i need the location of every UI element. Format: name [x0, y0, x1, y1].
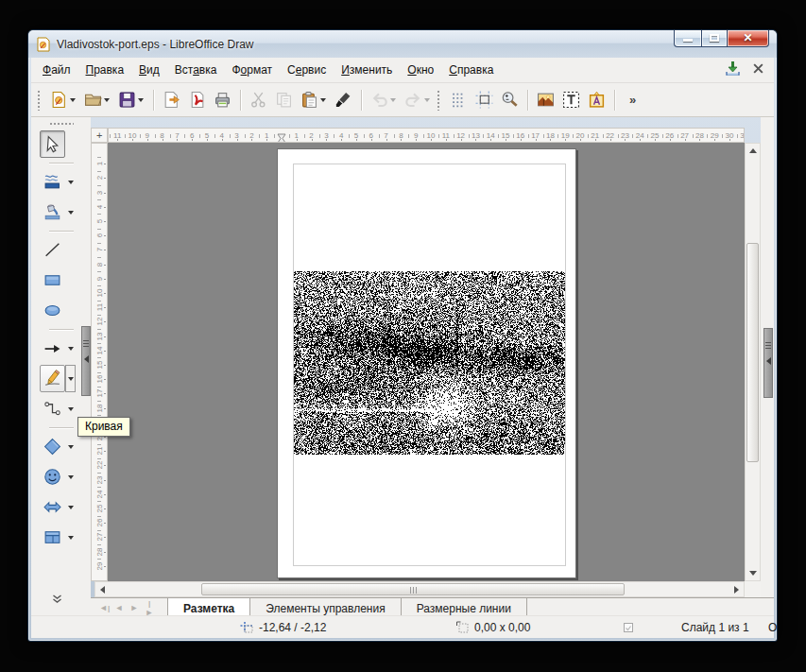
paste-button[interactable] — [298, 88, 330, 112]
line-style-tool[interactable] — [40, 167, 91, 197]
toolbar-separator — [49, 231, 74, 232]
chevron-down-icon[interactable] — [388, 91, 397, 109]
application-window: Vladivostok-port.eps - LibreOffice Draw … — [27, 29, 778, 642]
right-panel-splitter[interactable] — [763, 328, 773, 398]
chevron-down-icon[interactable] — [65, 433, 76, 460]
chevron-down-icon[interactable] — [65, 493, 76, 521]
fillcolor-icon — [40, 198, 65, 226]
image-frame[interactable] — [293, 164, 566, 566]
toolbar-overflow-button[interactable]: » — [621, 88, 644, 112]
menu-изменить[interactable]: Изменить — [334, 60, 400, 80]
ruler-label: 11 — [94, 301, 104, 314]
select-tool[interactable] — [40, 129, 91, 159]
status-modified-field — [612, 622, 644, 633]
zoom-button[interactable] — [498, 88, 522, 112]
close-button[interactable]: ✕ — [727, 30, 769, 47]
toolbar-grip[interactable] — [49, 122, 74, 126]
export-pdf-button[interactable] — [185, 88, 209, 112]
first-slide-button[interactable]: ◄| — [99, 603, 109, 612]
chevron-down-icon[interactable] — [318, 91, 327, 109]
pdf-icon — [188, 91, 206, 109]
tab-2[interactable]: Элементы управления — [250, 598, 401, 617]
chevron-down-icon[interactable] — [65, 365, 76, 392]
save-button[interactable] — [115, 88, 147, 112]
left-panel-splitter[interactable] — [81, 326, 91, 396]
chevron-down-icon[interactable] — [65, 524, 76, 551]
scroll-left-button[interactable] — [95, 582, 110, 596]
scrollbar-corner — [745, 581, 761, 597]
chevron-down-icon[interactable] — [102, 91, 111, 109]
select-icon — [40, 130, 65, 158]
ruler-label: 16 — [94, 372, 104, 386]
ruler-label: 12 — [94, 315, 104, 328]
eps-image[interactable] — [294, 271, 565, 455]
helplines-button[interactable] — [472, 88, 496, 112]
open-button[interactable] — [81, 88, 113, 112]
menu-формат[interactable]: Формат — [224, 60, 280, 80]
insert-textbox-button[interactable] — [559, 88, 583, 112]
chevron-down-icon[interactable] — [65, 463, 76, 491]
new-button[interactable] — [47, 88, 79, 112]
close-document-icon[interactable] — [752, 62, 764, 78]
toolbar-grip[interactable] — [437, 90, 441, 111]
line-icon — [40, 236, 65, 264]
fontwork-button[interactable] — [585, 88, 609, 112]
zoom-icon — [501, 91, 519, 109]
title-bar[interactable]: Vladivostok-port.eps - LibreOffice Draw … — [28, 30, 777, 58]
more-tools-button[interactable] — [52, 591, 62, 608]
chevron-down-icon[interactable] — [136, 91, 145, 109]
previous-slide-button[interactable]: ◄ — [114, 603, 124, 612]
fill-color-tool[interactable] — [40, 198, 91, 227]
vertical-ruler[interactable]: 1234567891011121314151617181920212223242… — [91, 143, 108, 581]
ruler-label: 21 — [94, 444, 104, 457]
menu-справка[interactable]: Справка — [441, 60, 501, 80]
status-layout-field[interactable]: Обы — [760, 621, 777, 634]
chevron-down-icon[interactable] — [422, 91, 431, 109]
scroll-down-button[interactable] — [746, 566, 760, 580]
drawing-canvas[interactable] — [108, 143, 745, 581]
tab-1[interactable]: Разметка — [167, 597, 250, 617]
flowchart-tool[interactable] — [40, 523, 91, 552]
insert-image-button[interactable] — [534, 88, 557, 112]
vertical-scrollbar[interactable] — [745, 143, 761, 581]
rectangle-tool[interactable] — [40, 266, 91, 295]
chevron-down-icon[interactable] — [65, 168, 76, 196]
export-icon — [163, 91, 180, 109]
minimize-button[interactable] — [674, 30, 701, 47]
maximize-button[interactable] — [701, 30, 727, 47]
symbol-shapes-tool[interactable] — [40, 462, 91, 491]
chevron-down-icon[interactable] — [65, 335, 76, 362]
last-slide-button[interactable]: |► — [145, 598, 154, 617]
export-button[interactable] — [160, 88, 183, 112]
menu-правка[interactable]: Правка — [78, 60, 132, 80]
clone-formatting-button[interactable] — [332, 88, 355, 112]
toolbar-separator — [49, 427, 74, 428]
tab-3[interactable]: Размерные линии — [402, 598, 527, 617]
ellipse-tool[interactable] — [40, 296, 91, 325]
line-tool[interactable] — [40, 235, 91, 265]
ruler-origin-marker[interactable] — [277, 130, 286, 141]
menu-сервис[interactable]: Сервис — [280, 60, 334, 80]
block-arrows-tool[interactable] — [40, 492, 91, 522]
display-grid-button[interactable] — [447, 88, 471, 112]
horizontal-scroll-thumb[interactable] — [201, 583, 625, 595]
document-page[interactable] — [277, 148, 576, 578]
scroll-up-button[interactable] — [746, 144, 760, 158]
menu-файл[interactable]: Файл — [35, 60, 78, 80]
chevron-down-icon[interactable] — [68, 91, 77, 109]
vertical-scroll-thumb[interactable] — [746, 243, 759, 462]
chevron-down-icon[interactable] — [65, 395, 76, 422]
scroll-right-button[interactable] — [729, 582, 744, 596]
menu-вставка[interactable]: Вставка — [167, 60, 225, 80]
toolbar-grip[interactable] — [37, 90, 42, 111]
menu-окно[interactable]: Окно — [400, 60, 441, 80]
ruler-label: 10 — [94, 286, 104, 300]
print-button[interactable] — [211, 88, 234, 112]
menu-вид[interactable]: Вид — [131, 60, 167, 80]
horizontal-scrollbar[interactable] — [94, 581, 745, 597]
update-available-icon[interactable] — [725, 60, 741, 79]
ruler-label: 18 — [94, 402, 104, 415]
next-slide-button[interactable]: ► — [129, 603, 139, 612]
chevron-down-icon[interactable] — [65, 198, 76, 226]
horizontal-ruler[interactable]: 1211109876543211234567891011121314151617… — [108, 128, 745, 143]
